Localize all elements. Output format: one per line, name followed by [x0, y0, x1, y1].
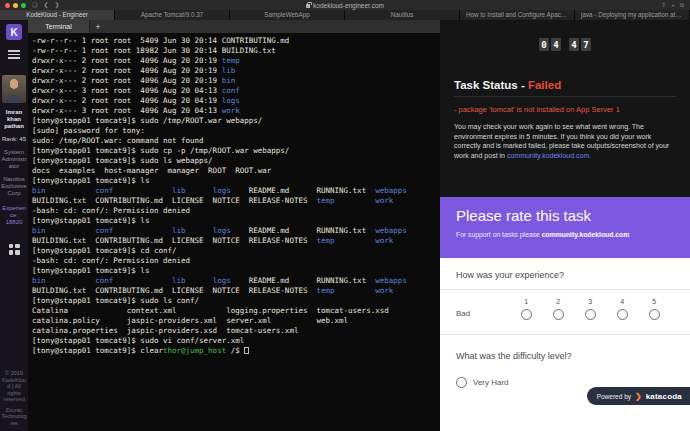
new-terminal-tab-button[interactable]: +	[90, 20, 106, 33]
terminal-line: drwxr-x--- 2 root root 4096 Aug 20 20:19…	[32, 56, 436, 66]
rating-number: 2	[556, 298, 560, 305]
terminal-segment: work	[375, 286, 393, 295]
community-link[interactable]: community.kodekloud.com.	[507, 152, 591, 159]
terminal-segment: lib	[172, 186, 186, 195]
terminal-segment: conf	[95, 226, 113, 235]
terminal-line: bin conf lib logs README.md RUNNING.txt …	[32, 186, 436, 196]
terminal-line: bin conf lib logs README.md RUNNING.txt …	[32, 276, 436, 286]
kodekloud-logo[interactable]: K	[6, 24, 22, 40]
terminal-segment: bin	[32, 226, 46, 235]
terminal-segment: temp	[316, 286, 334, 295]
rating-number: 5	[652, 298, 656, 305]
avatar[interactable]	[2, 75, 26, 103]
window-controls	[5, 3, 26, 8]
terminal-output[interactable]: -rw-r--r-- 1 root root 5409 Jun 30 20:14…	[28, 33, 440, 431]
browser-tab[interactable]: Apache Tomcat/9.0.37	[115, 10, 230, 20]
browser-tab-bar: KodeKloud - EngineerApache Tomcat/9.0.37…	[0, 10, 690, 20]
browser-tab[interactable]: SampleWebApp	[230, 10, 345, 20]
terminal-line: [tony@stapp01 tomcat9]$ sudo ls conf/	[32, 296, 436, 306]
terminal-line: [tony@stapp01 tomcat9]$ ls	[32, 216, 436, 226]
difficulty-question: What was the difficulty level?	[440, 335, 690, 367]
footer-text: Zourac Technologies	[0, 407, 28, 427]
task-status-label: Task Status -	[454, 79, 528, 91]
katacoda-logo-icon: ❯	[635, 392, 642, 401]
terminal-line: sudo: /tmp/ROOT.war: command not found	[32, 136, 436, 146]
terminal-segment: bin	[32, 276, 46, 285]
rating-radio[interactable]	[649, 309, 660, 320]
terminal-line: -rw-r--r-- 1 root root 5409 Jun 30 20:14…	[32, 36, 436, 46]
rating-low-label: Bad	[456, 309, 470, 318]
back-icon[interactable]: ❮	[43, 0, 48, 10]
banner-community-link[interactable]: community.kodekloud.com	[542, 231, 630, 238]
difficulty-option-label: Very Hard	[473, 378, 509, 387]
terminal-segment: logs	[213, 186, 231, 195]
browser-tab[interactable]: Nautilus	[345, 10, 460, 20]
chrome-right-actions: ⇧ + ⧉	[661, 0, 684, 10]
apps-grid-icon[interactable]	[9, 244, 20, 255]
task-status-value: Failed	[528, 79, 561, 91]
timer-digit: 7	[581, 38, 591, 51]
forward-icon[interactable]: ❯	[54, 0, 59, 10]
terminal-line: BUILDING.txt CONTRIBUTING.md LICENSE NOT…	[32, 236, 436, 246]
rating-row: 12345	[510, 298, 670, 320]
minimize-window-button[interactable]	[13, 3, 18, 8]
terminal-segment: temp	[316, 196, 334, 205]
menu-icon[interactable]	[8, 50, 20, 59]
terminal-line: drwxr-x--- 3 root root 4096 Aug 20 04:13…	[32, 86, 436, 96]
browser-tab[interactable]: How to Install and Configure Apache T...	[460, 10, 575, 20]
rating-section: Bad 12345	[440, 290, 690, 335]
tab-overview-icon[interactable]: ⧉	[680, 0, 684, 10]
kodekloud-sidebar: K Imran khan pathan Rank: 45 System Admi…	[0, 20, 28, 431]
terminal-line: -bash: cd: conf/: Permission denied	[32, 256, 436, 266]
terminal-line: -bash: cd: conf/: Permission denied	[32, 206, 436, 216]
terminal-segment: conf	[95, 276, 113, 285]
task-status-panel: 0447 Task Status - Failed - package 'tom…	[440, 20, 690, 160]
rate-task-title: Please rate this task	[456, 207, 674, 224]
powered-by-badge[interactable]: Powered by ❯ katacoda	[587, 387, 690, 405]
user-rank: Rank: 45	[0, 136, 28, 143]
terminal-segment: logs	[213, 276, 231, 285]
terminal-segment: lib	[222, 66, 236, 75]
timer-digit: 4	[569, 38, 579, 51]
browser-tab[interactable]: KodeKloud - Engineer	[0, 10, 115, 20]
terminal-tab[interactable]: Terminal	[28, 20, 90, 33]
terminal-line: [tony@stapp01 tomcat9]$ sudo ls webapps/	[32, 156, 436, 166]
close-window-button[interactable]	[5, 3, 10, 8]
task-panel: 0447 Task Status - Failed - package 'tom…	[440, 20, 690, 431]
terminal-line: drwxr-x--- 2 root root 4096 Aug 20 20:19…	[32, 66, 436, 76]
rate-task-banner: Please rate this task For support on tas…	[440, 197, 690, 258]
terminal-segment: temp	[222, 56, 240, 65]
terminal-line: [tony@stapp01 tomcat9]$ sudo vi conf/ser…	[32, 336, 436, 346]
rating-radio[interactable]	[617, 309, 628, 320]
rating-radio[interactable]	[521, 309, 532, 320]
share-icon[interactable]: ⇧	[661, 0, 666, 10]
banner-subtitle-text: For support on tasks please	[456, 231, 542, 238]
terminal-line: bin conf lib logs README.md RUNNING.txt …	[32, 226, 436, 236]
terminal-line: drwxr-x--- 2 root root 4096 Aug 20 04:19…	[32, 96, 436, 106]
copyright-text: © 2019 KodeKloud | All rights reserved	[0, 370, 28, 403]
terminal-line: -rw-r--r-- 1 root root 18982 Jun 30 20:1…	[32, 46, 436, 56]
rating-number: 3	[588, 298, 592, 305]
terminal-cursor	[244, 347, 249, 355]
terminal-line: [tony@stapp01 tomcat9]$ sudo cp -p /tmp/…	[32, 146, 436, 156]
user-company: Nautilus Exclusive Corp	[0, 176, 28, 197]
address-bar[interactable]: kodekloud-engineer.com	[306, 0, 384, 10]
difficulty-radio[interactable]	[456, 377, 467, 388]
sidebar-toggle-icon[interactable]: ❏	[32, 0, 37, 10]
terminal-line: catalina.policy jaspic-providers.xml ser…	[32, 316, 436, 326]
terminal-line: [tony@stapp01 tomcat9]$ sudo /tmp/ROOT.w…	[32, 116, 436, 126]
terminal-line: Catalina context.xml logging.properties …	[32, 306, 436, 316]
screen: ❏ ❮ ❯ kodekloud-engineer.com ⇧ + ⧉ KodeK…	[0, 0, 690, 431]
new-tab-icon[interactable]: +	[671, 0, 675, 10]
rating-radio[interactable]	[585, 309, 596, 320]
fullscreen-window-button[interactable]	[21, 3, 26, 8]
terminal-segment: bin	[32, 186, 46, 195]
terminal-segment: lib	[172, 226, 186, 235]
terminal-segment: work	[375, 196, 393, 205]
terminal-segment: webapps	[375, 226, 407, 235]
terminal-segment: webapps	[375, 276, 407, 285]
terminal-line: [tony@stapp01 tomcat9]$ ls	[32, 176, 436, 186]
lock-icon	[306, 4, 310, 8]
rating-radio[interactable]	[553, 309, 564, 320]
browser-tab[interactable]: java - Deploying my application at the..…	[575, 10, 690, 20]
